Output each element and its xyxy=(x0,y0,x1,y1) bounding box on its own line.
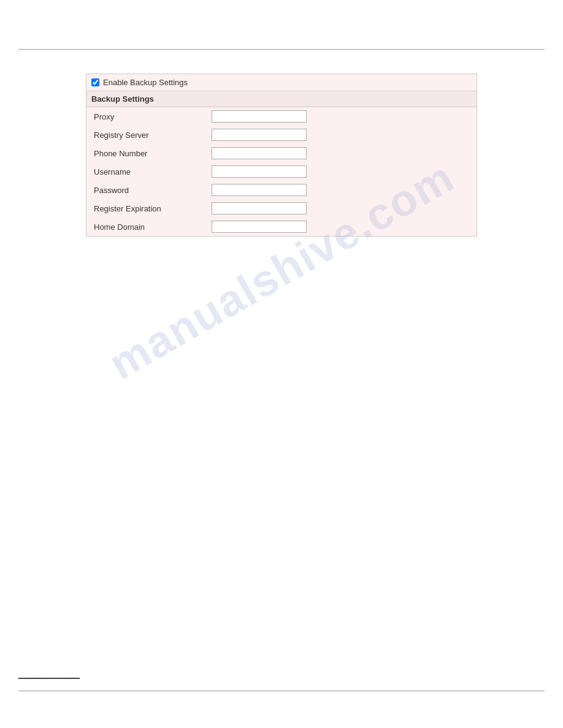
table-row: Username xyxy=(86,162,477,181)
enable-backup-label: Enable Backup Settings xyxy=(103,78,188,87)
enable-backup-checkbox[interactable] xyxy=(91,78,99,86)
field-label: Proxy xyxy=(86,107,209,126)
field-input-proxy[interactable] xyxy=(212,110,307,123)
table-row: Proxy xyxy=(86,107,477,126)
field-label: Home Domain xyxy=(86,218,209,237)
section-header-row: Backup Settings xyxy=(86,91,477,107)
section-header: Backup Settings xyxy=(86,91,477,107)
enable-backup-row: Enable Backup Settings xyxy=(86,74,477,91)
table-row: Phone Number xyxy=(86,144,477,162)
table-row: Password xyxy=(86,181,477,199)
top-divider xyxy=(18,49,545,50)
table-row: Home Domain xyxy=(86,218,477,237)
field-label: Register Expiration xyxy=(86,199,209,218)
bottom-divider xyxy=(18,691,545,691)
field-input-register-expiration[interactable] xyxy=(212,202,307,214)
field-input-registry-server[interactable] xyxy=(212,129,307,141)
field-label: Phone Number xyxy=(86,144,209,162)
field-input-username[interactable] xyxy=(212,165,307,178)
main-content: Enable Backup Settings Backup Settings P… xyxy=(86,74,477,237)
field-label: Password xyxy=(86,181,209,199)
field-input-phone-number[interactable] xyxy=(212,147,307,159)
field-label: Registry Server xyxy=(86,126,209,144)
table-row: Registry Server xyxy=(86,126,477,144)
table-row: Register Expiration xyxy=(86,199,477,218)
footer-link[interactable]: _______________ xyxy=(18,670,80,679)
field-input-password[interactable] xyxy=(212,184,307,196)
backup-settings-table: Backup Settings ProxyRegistry ServerPhon… xyxy=(86,91,477,237)
field-label: Username xyxy=(86,162,209,181)
field-input-home-domain[interactable] xyxy=(212,221,307,233)
